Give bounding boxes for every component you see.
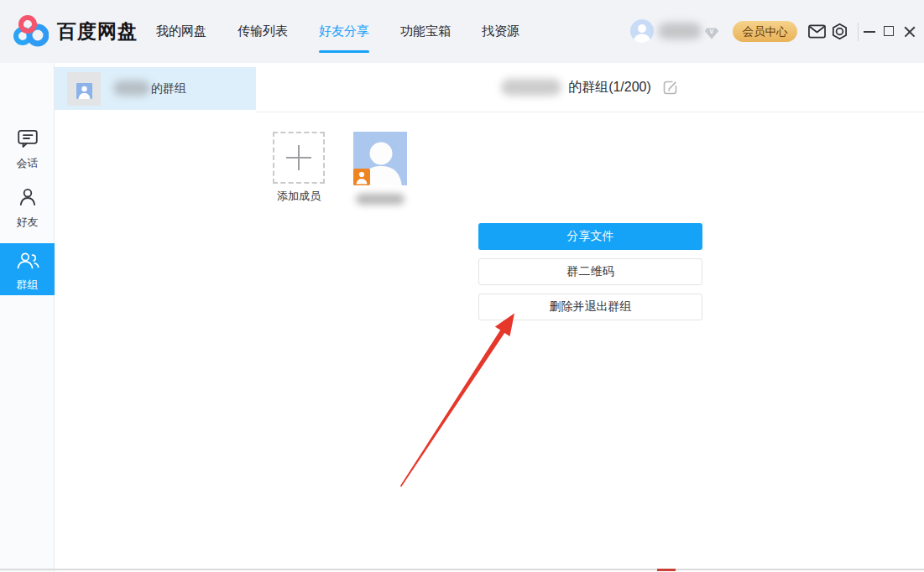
blurred-member-name [356, 194, 405, 205]
chat-bubble-icon [17, 128, 39, 148]
window-close-button[interactable] [904, 26, 916, 38]
tab-friend-share[interactable]: 好友分享 [318, 23, 370, 39]
vip-level-badge-icon[interactable]: V [704, 25, 719, 40]
share-files-button[interactable]: 分享文件 [478, 223, 702, 250]
window-maximize-button[interactable] [884, 26, 894, 36]
main-nav: 我的网盘 传输列表 好友分享 功能宝箱 找资源 [155, 0, 520, 63]
window-bottom-edge [0, 569, 924, 570]
delete-and-exit-group-button[interactable]: 删除并退出群组 [478, 294, 702, 320]
group-avatar [67, 72, 101, 106]
group-list-panel: 的群组 [55, 63, 256, 572]
add-member-tile[interactable] [273, 132, 325, 184]
tab-my-drive[interactable]: 我的网盘 [155, 23, 207, 39]
rail-item-groups[interactable]: 群组 [0, 243, 55, 295]
group-name-suffix: 的群组 [151, 67, 186, 110]
active-tab-underline [319, 50, 369, 53]
tab-friend-share-label: 好友分享 [319, 23, 369, 38]
left-rail: 会话 好友 群组 [0, 63, 55, 572]
app-title: 百度网盘 [57, 18, 138, 44]
blurred-username [658, 23, 702, 39]
rail-item-chats[interactable]: 会话 [0, 128, 55, 171]
rail-label-groups: 群组 [0, 278, 55, 293]
group-avatar-person-icon [76, 83, 92, 99]
blurred-group-name [113, 81, 150, 96]
group-detail-panel: 的群组(1/200) 添加成员 [256, 63, 924, 572]
rail-label-friends: 好友 [0, 215, 55, 230]
group-qr-code-button[interactable]: 群二维码 [478, 258, 702, 285]
group-list-item-selected[interactable]: 的群组 [55, 67, 256, 110]
app-window: 百度网盘 我的网盘 传输列表 好友分享 功能宝箱 找资源 V 会员中心 [0, 0, 924, 572]
add-member-label: 添加成员 [256, 189, 342, 204]
group-title-row: 的群组(1/200) [256, 63, 924, 112]
topbar: 百度网盘 我的网盘 传输列表 好友分享 功能宝箱 找资源 V 会员中心 [0, 0, 924, 63]
vip-center-button[interactable]: 会员中心 [733, 21, 797, 42]
user-avatar-icon [630, 19, 654, 43]
blurred-group-title-name [501, 79, 561, 96]
topbar-divider [858, 23, 859, 41]
person-icon [18, 187, 38, 207]
rail-label-chats: 会话 [0, 156, 55, 171]
user-avatar[interactable] [630, 19, 654, 43]
baidu-netdisk-logo-icon [12, 13, 49, 49]
app-logo: 百度网盘 [12, 13, 138, 49]
tab-find-resources[interactable]: 找资源 [481, 23, 520, 39]
group-title: 的群组(1/200) [568, 79, 651, 96]
tab-transfer-list[interactable]: 传输列表 [237, 23, 289, 39]
group-people-icon [16, 250, 39, 270]
plus-icon [286, 145, 311, 170]
rail-item-friends[interactable]: 好友 [0, 187, 55, 230]
svg-text:V: V [710, 28, 714, 35]
tab-toolbox[interactable]: 功能宝箱 [399, 23, 452, 39]
bottom-edge-red-marker [657, 569, 676, 571]
settings-gear-icon[interactable] [831, 23, 848, 44]
group-owner-badge-icon [353, 169, 370, 185]
window-minimize-button[interactable] [864, 31, 875, 33]
mail-icon[interactable] [808, 24, 826, 42]
edit-group-name-icon[interactable] [661, 79, 679, 96]
